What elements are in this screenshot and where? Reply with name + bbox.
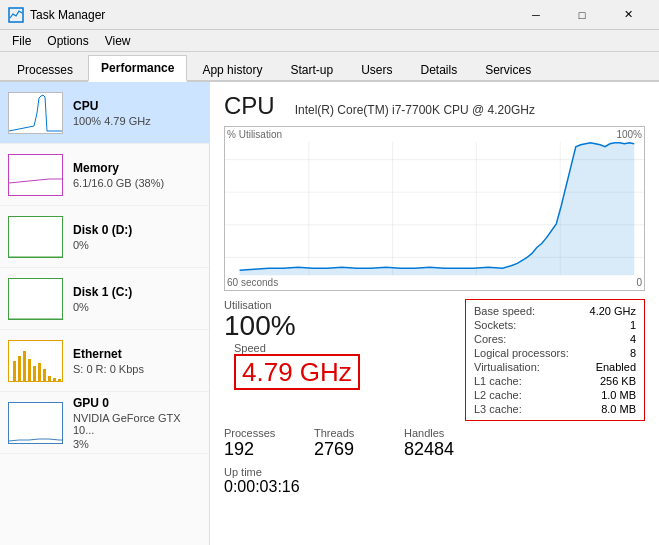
panel-subtitle: Intel(R) Core(TM) i7-7700K CPU @ 4.20GHz: [295, 103, 535, 117]
close-button[interactable]: ✕: [605, 0, 651, 30]
chart-x-right: 0: [636, 277, 642, 288]
tab-processes[interactable]: Processes: [4, 57, 86, 82]
svg-rect-13: [48, 376, 51, 381]
sidebar-item-gpu0[interactable]: GPU 0 NVIDIA GeForce GTX 10... 3%: [0, 392, 209, 454]
handles-value: 82484: [404, 439, 474, 460]
svg-rect-15: [58, 379, 61, 381]
speed-block: Speed 4.79 GHz: [234, 342, 360, 391]
sidebar-item-disk1[interactable]: Disk 1 (C:) 0%: [0, 268, 209, 330]
base-speed-key: Base speed:: [474, 305, 535, 317]
app-icon: [8, 7, 24, 23]
sidebar-item-memory[interactable]: Memory 6.1/16.0 GB (38%): [0, 144, 209, 206]
virt-key: Virtualisation:: [474, 361, 540, 373]
tab-details[interactable]: Details: [407, 57, 470, 82]
l1-key: L1 cache:: [474, 375, 522, 387]
sidebar-item-ethernet[interactable]: Ethernet S: 0 R: 0 Kbps: [0, 330, 209, 392]
svg-rect-9: [28, 359, 31, 381]
svg-rect-4: [9, 279, 63, 320]
memory-detail: 6.1/16.0 GB (38%): [73, 177, 201, 189]
l1-row: L1 cache: 256 KB: [474, 374, 636, 388]
cpu-info: CPU 100% 4.79 GHz: [73, 99, 201, 127]
disk0-info: Disk 0 (D:) 0%: [73, 223, 201, 251]
threads-value: 2769: [314, 439, 384, 460]
gpu0-usage: 3%: [73, 438, 201, 450]
panel-title: CPU: [224, 92, 275, 120]
processes-block: Processes 192: [224, 427, 294, 460]
title-bar: Task Manager ─ □ ✕: [0, 0, 659, 30]
tab-startup[interactable]: Start-up: [277, 57, 346, 82]
handles-block: Handles 82484: [404, 427, 474, 460]
utilisation-value: 100%: [224, 311, 445, 342]
right-panel: CPU Intel(R) Core(TM) i7-7700K CPU @ 4.2…: [210, 82, 659, 545]
panel-header: CPU Intel(R) Core(TM) i7-7700K CPU @ 4.2…: [224, 92, 645, 120]
menu-view[interactable]: View: [97, 32, 139, 50]
uptime-label: Up time: [224, 466, 645, 478]
l1-val: 256 KB: [600, 375, 636, 387]
l2-row: L2 cache: 1.0 MB: [474, 388, 636, 402]
speed-value: 4.79 GHz: [234, 354, 360, 391]
gpu0-name: GPU 0: [73, 396, 201, 410]
l2-key: L2 cache:: [474, 389, 522, 401]
svg-rect-2: [9, 155, 63, 196]
sockets-key: Sockets:: [474, 319, 516, 331]
bottom-stats: Processes 192 Threads 2769 Handles 82484: [224, 427, 645, 460]
maximize-button[interactable]: □: [559, 0, 605, 30]
disk1-thumbnail: [8, 278, 63, 320]
stats-row: Utilisation 100% Speed 4.79 GHz Base spe…: [224, 299, 645, 421]
disk0-detail: 0%: [73, 239, 201, 251]
base-speed-val: 4.20 GHz: [590, 305, 636, 317]
disk0-name: Disk 0 (D:): [73, 223, 201, 237]
memory-thumbnail: [8, 154, 63, 196]
svg-rect-10: [33, 366, 36, 381]
ethernet-detail: S: 0 R: 0 Kbps: [73, 363, 201, 375]
cpu-thumbnail: [8, 92, 63, 134]
processes-label: Processes: [224, 427, 294, 439]
main-content: CPU 100% 4.79 GHz Memory 6.1/16.0 GB (38…: [0, 82, 659, 545]
l3-key: L3 cache:: [474, 403, 522, 415]
gpu0-thumbnail: [8, 402, 63, 444]
sidebar-item-cpu[interactable]: CPU 100% 4.79 GHz: [0, 82, 209, 144]
window-title: Task Manager: [30, 8, 513, 22]
minimize-button[interactable]: ─: [513, 0, 559, 30]
tab-performance[interactable]: Performance: [88, 55, 187, 82]
svg-rect-7: [18, 356, 21, 381]
chart-svg: [225, 127, 644, 290]
base-speed-row: Base speed: 4.20 GHz: [474, 304, 636, 318]
chart-y-label: % Utilisation: [227, 129, 282, 140]
tab-users[interactable]: Users: [348, 57, 405, 82]
l3-val: 8.0 MB: [601, 403, 636, 415]
virt-val: Enabled: [596, 361, 636, 373]
sidebar: CPU 100% 4.79 GHz Memory 6.1/16.0 GB (38…: [0, 82, 210, 545]
chart-y-max: 100%: [616, 129, 642, 140]
svg-rect-11: [38, 363, 41, 381]
tab-bar: Processes Performance App history Start-…: [0, 52, 659, 82]
disk1-info: Disk 1 (C:) 0%: [73, 285, 201, 313]
sockets-val: 1: [630, 319, 636, 331]
gpu0-info: GPU 0 NVIDIA GeForce GTX 10... 3%: [73, 396, 201, 450]
svg-rect-6: [13, 361, 16, 381]
gpu0-detail: NVIDIA GeForce GTX 10...: [73, 412, 201, 436]
menu-options[interactable]: Options: [39, 32, 96, 50]
chart-x-left: 60 seconds: [227, 277, 278, 288]
uptime-value: 0:00:03:16: [224, 478, 645, 496]
logical-row: Logical processors: 8: [474, 346, 636, 360]
cores-val: 4: [630, 333, 636, 345]
disk1-name: Disk 1 (C:): [73, 285, 201, 299]
l3-row: L3 cache: 8.0 MB: [474, 402, 636, 416]
svg-rect-8: [23, 351, 26, 381]
left-stats: Utilisation 100% Speed 4.79 GHz: [224, 299, 445, 390]
ethernet-info: Ethernet S: 0 R: 0 Kbps: [73, 347, 201, 375]
virt-row: Virtualisation: Enabled: [474, 360, 636, 374]
utilisation-block: Utilisation 100%: [224, 299, 445, 342]
menu-file[interactable]: File: [4, 32, 39, 50]
cpu-chart: % Utilisation 100% 60 seconds 0: [224, 126, 645, 291]
threads-label: Threads: [314, 427, 384, 439]
svg-rect-3: [9, 217, 63, 258]
tab-app-history[interactable]: App history: [189, 57, 275, 82]
window-controls: ─ □ ✕: [513, 0, 651, 30]
sidebar-item-disk0[interactable]: Disk 0 (D:) 0%: [0, 206, 209, 268]
svg-rect-14: [53, 378, 56, 381]
tab-services[interactable]: Services: [472, 57, 544, 82]
cores-key: Cores:: [474, 333, 506, 345]
disk1-detail: 0%: [73, 301, 201, 313]
